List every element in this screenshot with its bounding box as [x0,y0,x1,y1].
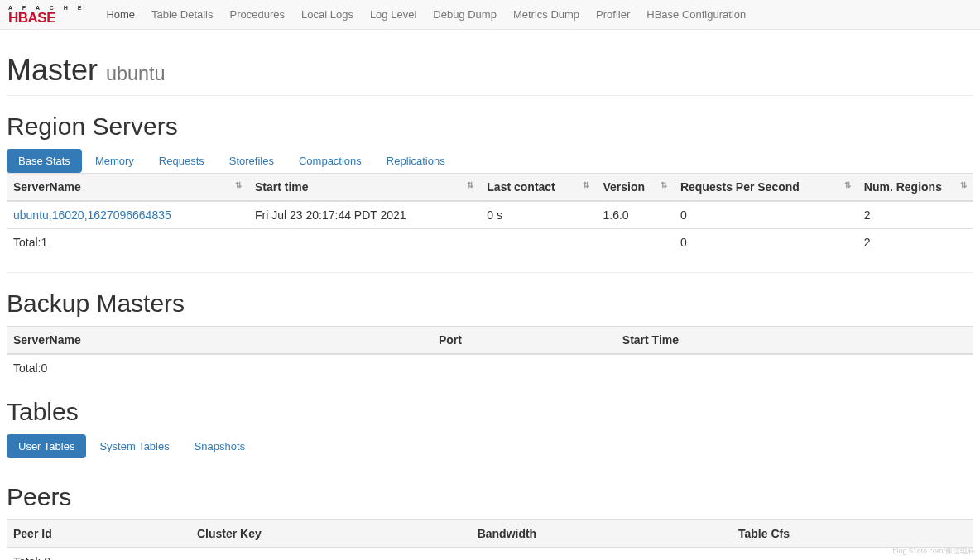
nav-profiler[interactable]: Profiler [588,0,638,29]
cell-numregions: 2 [858,201,973,229]
tab-replications[interactable]: Replications [375,149,457,173]
cell-lastcontact: 0 s [480,201,596,229]
divider [7,272,973,273]
logo-bottom: HBASE [8,11,85,25]
total-label: Total:1 [7,229,248,256]
backup-masters-section: Backup Masters ServerName Port Start Tim… [7,290,973,381]
tab-requests[interactable]: Requests [147,149,216,173]
col-tablecfs: Table Cfs [732,520,973,548]
main-container: Master ubuntu Region Servers Base Stats … [0,30,980,560]
col-clusterkey: Cluster Key [190,520,471,548]
tab-base-stats[interactable]: Base Stats [7,149,82,173]
col-servername[interactable]: ServerName [7,174,248,202]
col-peerid: Peer Id [7,520,190,548]
table-header-row: Peer Id Cluster Key Bandwidth Table Cfs [7,520,973,548]
col-servername: ServerName [7,327,432,355]
col-lastcontact[interactable]: Last contact [480,174,596,202]
nav-local-logs[interactable]: Local Logs [293,0,362,29]
navbar: A P A C H E HBASE Home Table Details Pro… [0,0,980,30]
backup-masters-table: ServerName Port Start Time Total:0 [7,326,973,381]
total-numregions: 2 [858,229,973,256]
tab-user-tables[interactable]: User Tables [7,434,86,458]
server-link[interactable]: ubuntu,16020,1627096664835 [13,208,171,222]
tab-memory[interactable]: Memory [84,149,146,173]
total-rps: 0 [674,229,858,256]
cell-rps: 0 [674,201,858,229]
cell-version: 1.6.0 [596,201,673,229]
nav-debug-dump[interactable]: Debug Dump [425,0,505,29]
table-header-row: ServerName Start time Last contact Versi… [7,174,973,202]
nav-links: Home Table Details Procedures Local Logs… [98,0,754,29]
region-servers-table: ServerName Start time Last contact Versi… [7,173,973,256]
tab-compactions[interactable]: Compactions [287,149,373,173]
table-total-row: Total:0 [7,354,973,381]
nav-metrics-dump[interactable]: Metrics Dump [505,0,588,29]
col-starttime: Start Time [616,327,973,355]
page-header: Master ubuntu [7,53,973,96]
col-starttime[interactable]: Start time [248,174,480,202]
page-title: Master ubuntu [7,53,973,88]
title-subtitle: ubuntu [106,63,166,84]
tab-snapshots[interactable]: Snapshots [183,434,257,458]
col-port: Port [432,327,616,355]
table-total-row: Total: 0 [7,548,973,560]
peers-table: Peer Id Cluster Key Bandwidth Table Cfs … [7,519,973,560]
col-numregions[interactable]: Num. Regions [858,174,973,202]
col-rps[interactable]: Requests Per Second [674,174,858,202]
table-total-row: Total:1 0 2 [7,229,973,256]
tab-storefiles[interactable]: Storefiles [218,149,286,173]
tables-tabs: User Tables System Tables Snapshots [7,434,973,458]
table-header-row: ServerName Port Start Time [7,327,973,355]
watermark: blog.51cto.com/豫信电科 [892,546,975,557]
nav-hbase-config[interactable]: HBase Configuration [638,0,754,29]
col-bandwidth: Bandwidth [471,520,732,548]
nav-log-level[interactable]: Log Level [362,0,425,29]
title-main: Master [7,53,98,87]
tables-title: Tables [7,398,973,426]
tables-section: Tables User Tables System Tables Snapsho… [7,398,973,458]
hbase-logo[interactable]: A P A C H E HBASE [8,5,85,25]
col-version[interactable]: Version [596,174,673,202]
backup-total: Total:0 [7,354,973,381]
backup-masters-title: Backup Masters [7,290,973,318]
nav-procedures[interactable]: Procedures [222,0,293,29]
nav-home[interactable]: Home [98,0,143,29]
nav-table-details[interactable]: Table Details [143,0,221,29]
peers-total: Total: 0 [7,548,973,560]
peers-section: Peers Peer Id Cluster Key Bandwidth Tabl… [7,483,973,560]
region-servers-tabs: Base Stats Memory Requests Storefiles Co… [7,149,973,173]
region-servers-section: Region Servers Base Stats Memory Request… [7,112,973,256]
region-servers-title: Region Servers [7,112,973,141]
cell-starttime: Fri Jul 23 20:17:44 PDT 2021 [248,201,480,229]
peers-title: Peers [7,483,973,511]
table-row: ubuntu,16020,1627096664835 Fri Jul 23 20… [7,201,973,229]
tab-system-tables[interactable]: System Tables [88,434,180,458]
